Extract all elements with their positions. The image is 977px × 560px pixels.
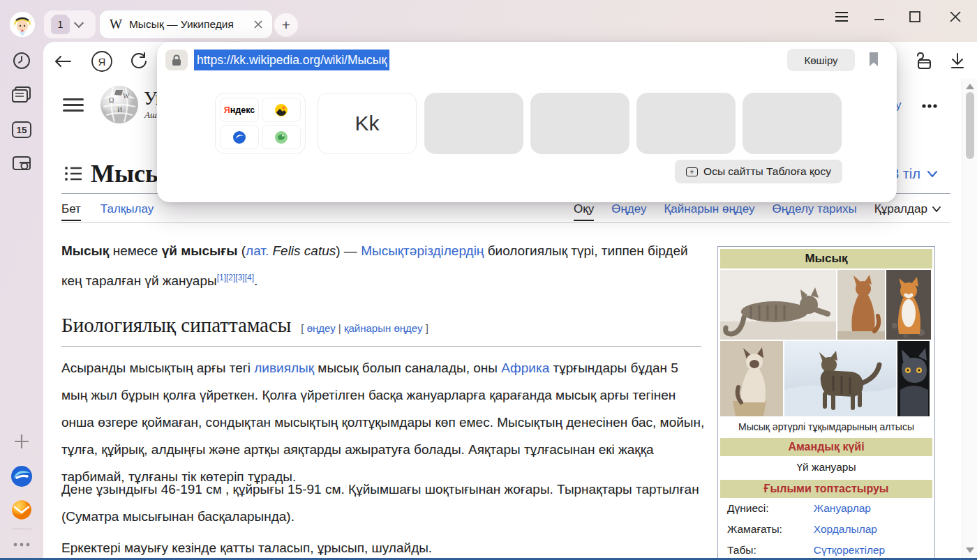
add-to-tablo-button[interactable]: + Осы сайтты Таблоға қосу: [675, 160, 842, 183]
sidebar-more-button[interactable]: [9, 532, 34, 557]
link-kingdom[interactable]: Жануарлар: [814, 502, 871, 514]
link-latin[interactable]: лат.: [246, 243, 269, 258]
body-paragraph-1: Асыранды мысықтың арғы тегі ливиялық мыс…: [61, 354, 705, 490]
menu-button[interactable]: [833, 8, 850, 25]
new-tab-button[interactable]: +: [274, 13, 298, 37]
cat-photo-abyssinian: [837, 270, 885, 340]
tabs-counter-button[interactable]: 15: [9, 117, 34, 142]
reload-button[interactable]: [128, 50, 150, 73]
classification-label: Табы:: [720, 544, 814, 557]
toc-button[interactable]: [64, 165, 82, 186]
link-africa[interactable]: Африка: [501, 361, 549, 375]
tablo-tile-kk-wikipedia[interactable]: Kk: [318, 93, 417, 154]
classification-row: Табы: Сүтқоректілер: [720, 540, 932, 560]
cat-photo-gray: [897, 341, 930, 416]
body-paragraph-3: Еркектері мауығу кезінде қатты таласып, …: [61, 534, 705, 560]
link-libyan[interactable]: ливиялық: [254, 361, 314, 375]
tab-close-icon[interactable]: [254, 20, 262, 29]
tablo-tile-yandex-services[interactable]: Яндекс: [215, 93, 306, 154]
edit-link[interactable]: өңдеу: [307, 322, 336, 334]
sidebar-add-button[interactable]: [9, 429, 34, 454]
tablo-tile-empty-3[interactable]: [636, 93, 736, 154]
browser-tab[interactable]: W Мысық — Уикипедия: [100, 10, 272, 38]
yandex-mail-shortcut[interactable]: [9, 497, 34, 522]
chevron-down-icon: [74, 18, 84, 28]
tab-edit-source[interactable]: Қайнарын өңдеу: [664, 202, 754, 216]
lead-paragraph: Мысық немесе үй мысығы (лат. Felis catus…: [61, 237, 705, 294]
edit-source-link[interactable]: қайнарын өңдеу: [344, 322, 423, 334]
tab-article[interactable]: Бет: [61, 202, 81, 221]
plus-box-icon: +: [686, 167, 698, 176]
close-button[interactable]: [947, 8, 964, 25]
sidebar-tab-badge: 15: [16, 125, 27, 135]
wiki-menu-button[interactable]: [63, 95, 84, 115]
section-edit-links: [ өңдеу | қайнарын өңдеу ]: [301, 322, 428, 334]
tab-talk[interactable]: Талқылау: [100, 202, 154, 221]
green-service-icon: [274, 130, 288, 144]
yandex-search-button[interactable]: Я: [91, 50, 113, 73]
back-button[interactable]: [52, 50, 74, 73]
tab-title: Мысық — Уикипедия: [129, 18, 247, 31]
url-input[interactable]: https://kk.wikipedia.org/wiki/Мысық: [194, 50, 389, 70]
infobox-title: Мысық: [720, 249, 932, 268]
site-security-button[interactable]: [165, 50, 188, 70]
scrollbar-thumb[interactable]: [966, 92, 974, 159]
notes-button[interactable]: [9, 82, 34, 107]
omnibox-dropdown: https://kk.wikipedia.org/wiki/Мысық Көші…: [157, 42, 897, 202]
yandex-browser-icon: [10, 464, 33, 488]
collections-icon: [911, 52, 932, 71]
lead-bold-1: Мысық: [61, 243, 109, 258]
section-title: Биологиялық сипаттамасы: [61, 314, 291, 337]
chevron-down-icon: [932, 206, 941, 212]
downloads-button[interactable]: [946, 50, 969, 73]
page-scrollbar[interactable]: [962, 78, 977, 560]
tab-history[interactable]: Өңделу тарихы: [772, 202, 856, 216]
history-button[interactable]: [9, 48, 34, 73]
copy-url-button[interactable]: Көшіру: [787, 49, 855, 71]
collections-button[interactable]: [911, 50, 933, 73]
tablo-tile-empty-2[interactable]: [530, 93, 629, 154]
profile-avatar[interactable]: [10, 12, 35, 37]
plus-icon: [13, 432, 31, 451]
chevron-down-icon: [927, 171, 937, 177]
tablo-tile-empty-4[interactable]: [743, 93, 842, 154]
sidebar-divider: [12, 529, 31, 529]
tab-read[interactable]: Оқу: [574, 202, 594, 221]
cat-photo-tabby-lying: [720, 270, 836, 340]
yandex-images-icon: [274, 103, 288, 117]
link-phylum[interactable]: Хордалылар: [814, 523, 877, 535]
mini-tile-images[interactable]: [262, 98, 301, 122]
reload-icon: [130, 52, 148, 70]
mini-tile-green-service[interactable]: [262, 125, 301, 149]
tablo-tile-empty-1[interactable]: [424, 93, 523, 154]
link-class[interactable]: Сүтқоректілер: [814, 544, 885, 556]
cards-stack-icon: [11, 86, 32, 104]
infobox-classification-header: Ғылыми топтастыруы: [720, 480, 932, 498]
mini-tile-disk[interactable]: [220, 125, 259, 149]
link-felidae[interactable]: Мысықтәрізділердің: [361, 243, 484, 258]
wiki-personal-more-button[interactable]: [921, 99, 938, 112]
scroll-down-arrow[interactable]: [966, 547, 974, 553]
tab-group-counter[interactable]: 1: [44, 10, 96, 38]
bookmark-button[interactable]: [868, 52, 879, 70]
yandex-browser-shortcut[interactable]: [9, 464, 34, 489]
bookmark-icon: [868, 52, 879, 67]
mini-tile-yandex[interactable]: Яндекс: [220, 98, 259, 122]
body-paragraph-2: Дене ұзындығы 46-191 см , құйрығы 15-91 …: [61, 476, 705, 530]
screenshot-button[interactable]: [9, 152, 34, 177]
wiki-logo[interactable]: Ω W И: [99, 84, 140, 128]
page-tabs-left: Бет Талқылау: [61, 202, 154, 221]
language-button[interactable]: 3 тіл: [891, 166, 937, 182]
scroll-up-arrow[interactable]: [966, 84, 974, 89]
lead-species-italic: Felis catus: [272, 243, 336, 258]
reference-links[interactable]: [1][2][3][4]: [217, 273, 254, 282]
download-icon: [949, 52, 966, 70]
tab-count-badge: 1: [51, 15, 70, 34]
minimize-button[interactable]: [871, 8, 888, 25]
tab-tools[interactable]: Құралдар: [874, 202, 941, 216]
mail-icon: [10, 498, 33, 522]
cat-photo-tabby-snow: [784, 341, 896, 416]
maximize-button[interactable]: [907, 8, 923, 25]
tab-edit[interactable]: Өңдеу: [611, 202, 646, 216]
infobox-image-row-1: [720, 270, 932, 340]
